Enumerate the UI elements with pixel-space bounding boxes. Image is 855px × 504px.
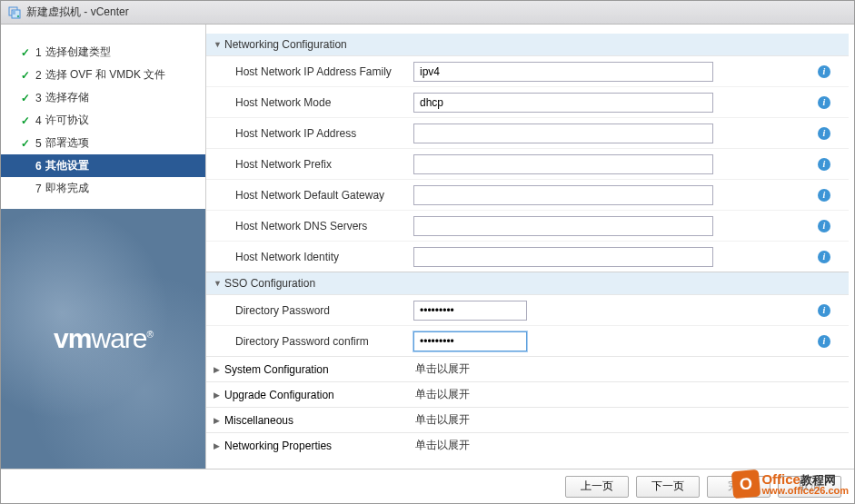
label-password-confirm: Directory Password confirm: [214, 335, 413, 348]
label-gateway: Host Network Default Gateway: [214, 189, 413, 202]
row-dns: Host Network DNS Servers i: [206, 210, 849, 241]
label-dns: Host Network DNS Servers: [214, 220, 413, 232]
caret-right-icon: [214, 441, 224, 450]
check-icon: [19, 114, 32, 127]
info-icon[interactable]: i: [818, 126, 830, 140]
label-ip-addr: Host Network IP Address: [214, 127, 413, 140]
section-sso[interactable]: SSO Configuration: [206, 272, 849, 294]
input-gateway[interactable]: [413, 185, 713, 205]
row-identity: Host Network Identity i: [206, 241, 849, 272]
info-icon[interactable]: i: [818, 64, 830, 78]
check-icon: [19, 137, 32, 150]
caret-right-icon: [214, 390, 224, 400]
label-prefix: Host Network Prefix: [214, 158, 413, 171]
step-2[interactable]: 2选择 OVF 和 VMDK 文件: [1, 64, 205, 86]
label-identity: Host Network Identity: [214, 251, 413, 263]
info-icon[interactable]: i: [818, 250, 830, 263]
section-misc[interactable]: Miscellaneous 单击以展开: [206, 407, 849, 432]
input-ip-family[interactable]: [413, 62, 713, 82]
check-icon: [19, 46, 32, 59]
input-ip-addr[interactable]: [413, 124, 713, 143]
vm-icon: [8, 6, 21, 19]
info-icon[interactable]: i: [818, 334, 830, 348]
step-4[interactable]: 4许可协议: [1, 109, 205, 132]
step-list: 1选择创建类型 2选择 OVF 和 VMDK 文件 3选择存储 4许可协议 5部…: [1, 41, 205, 200]
input-prefix[interactable]: [413, 154, 713, 174]
prev-button[interactable]: 上一页: [565, 476, 629, 498]
section-system[interactable]: System Configuration 单击以展开: [206, 356, 849, 381]
section-upgrade[interactable]: Upgrade Configuration 单击以展开: [206, 381, 849, 407]
section-networking[interactable]: Networking Configuration: [206, 34, 849, 55]
check-icon: [19, 92, 32, 104]
step-5[interactable]: 5部署选项: [1, 132, 205, 154]
section-title: Networking Configuration: [224, 38, 347, 51]
label-ip-family: Host Network IP Address Family: [214, 65, 413, 78]
input-mode[interactable]: [413, 93, 713, 113]
wizard-sidebar: 1选择创建类型 2选择 OVF 和 VMDK 文件 3选择存储 4许可协议 5部…: [1, 25, 205, 469]
label-mode: Host Network Mode: [214, 96, 413, 109]
step-3[interactable]: 3选择存储: [1, 86, 205, 109]
titlebar: 新建虚拟机 - vCenter: [1, 1, 854, 25]
next-button[interactable]: 下一页: [636, 476, 700, 498]
form-panel: Networking Configuration Host Network IP…: [205, 25, 854, 469]
wizard-footer: 上一页 下一页 完成 取消: [1, 469, 854, 503]
row-password: Directory Password i: [206, 294, 849, 325]
step-6[interactable]: 6其他设置: [1, 154, 205, 177]
svg-point-2: [17, 15, 19, 16]
input-identity[interactable]: [413, 247, 713, 267]
info-icon[interactable]: i: [818, 219, 830, 232]
row-ip-addr: Host Network IP Address i: [206, 117, 849, 148]
row-mode: Host Network Mode i: [206, 86, 849, 117]
input-password[interactable]: [413, 301, 527, 321]
watermark-badge-icon: O: [731, 469, 761, 499]
step-7[interactable]: 7即将完成: [1, 177, 205, 200]
row-ip-family: Host Network IP Address Family i: [206, 55, 849, 86]
check-icon: [19, 69, 32, 82]
caret-right-icon: [214, 416, 224, 425]
window-title: 新建虚拟机 - vCenter: [26, 5, 129, 20]
step-1[interactable]: 1选择创建类型: [1, 41, 205, 64]
vmware-logo: vmware®: [1, 209, 205, 469]
section-title: SSO Configuration: [224, 277, 315, 290]
caret-down-icon: [214, 279, 224, 288]
label-password: Directory Password: [214, 304, 413, 317]
input-dns[interactable]: [413, 216, 713, 236]
row-password-confirm: Directory Password confirm i: [206, 325, 849, 356]
main-area: 1选择创建类型 2选择 OVF 和 VMDK 文件 3选择存储 4许可协议 5部…: [1, 25, 854, 469]
caret-down-icon: [214, 40, 224, 49]
info-icon[interactable]: i: [818, 157, 830, 171]
row-gateway: Host Network Default Gateway i: [206, 179, 849, 210]
info-icon[interactable]: i: [818, 303, 830, 317]
info-icon[interactable]: i: [818, 188, 830, 202]
info-icon[interactable]: i: [818, 95, 830, 109]
input-password-confirm[interactable]: [413, 331, 527, 351]
watermark: O Office教程网 www.office26.com: [732, 470, 849, 498]
section-netprops[interactable]: Networking Properties 单击以展开: [206, 432, 849, 458]
row-prefix: Host Network Prefix i: [206, 148, 849, 179]
caret-right-icon: [214, 365, 224, 374]
